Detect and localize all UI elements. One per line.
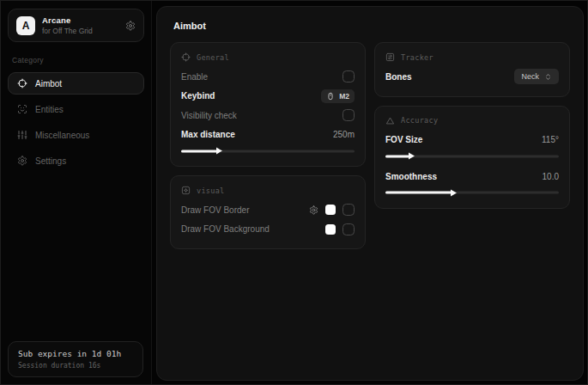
fov-border-color-swatch[interactable] (325, 205, 336, 215)
max-distance-label: Max distance (181, 130, 235, 139)
keybind-value: M2 (339, 92, 349, 101)
tracker-card-title: Tracker (401, 53, 433, 62)
slider-thumb[interactable] (451, 189, 457, 196)
bones-row: Bones Neck (385, 67, 559, 87)
sidebar-item-label: Entities (35, 105, 64, 114)
slider-track (385, 155, 559, 157)
keybind-row: Keybind M2 (181, 87, 355, 107)
sidebar-item-miscellaneous[interactable]: Miscellaneous (8, 124, 144, 146)
app-name: Arcane (42, 15, 118, 25)
draw-fov-border-label: Draw FOV Border (181, 205, 249, 215)
right-column: Tracker Bones Neck (374, 42, 570, 209)
slider-fill (385, 192, 452, 194)
general-card-title: General (197, 53, 229, 62)
fov-background-color-swatch[interactable] (325, 224, 336, 235)
sidebar-item-label: Aimbot (35, 79, 62, 89)
slider-thumb[interactable] (409, 153, 415, 160)
smoothness-value: 10.0 (543, 172, 559, 181)
general-card: General Enable Keybind M2 (170, 42, 366, 167)
fov-size-label: FOV Size (385, 135, 422, 144)
panel-columns: General Enable Keybind M2 (170, 42, 570, 249)
visibility-check-row: Visibility check (181, 106, 355, 125)
enable-row: Enable (181, 67, 355, 87)
enable-checkbox[interactable] (342, 70, 355, 82)
subscription-card: Sub expires in 1d 01h Session duration 1… (8, 341, 143, 377)
enable-label: Enable (181, 72, 208, 82)
sub-expiry-text: Sub expires in 1d 01h (18, 349, 133, 358)
sidebar-item-settings[interactable]: Settings (8, 150, 144, 172)
crosshair-icon (181, 52, 191, 62)
keybind-button[interactable]: M2 (321, 89, 355, 103)
chevrons-up-down-icon (544, 73, 552, 81)
mouse-icon (326, 92, 335, 101)
visual-card-title: visual (197, 186, 225, 195)
max-distance-slider[interactable] (181, 147, 355, 155)
app-window: A Arcane for Off The Grid Category Aimbo… (0, 0, 588, 385)
sliders-icon (17, 130, 27, 140)
draw-fov-border-row: Draw FOV Border (181, 200, 355, 220)
draw-fov-background-label: Draw FOV Background (181, 224, 270, 234)
swap-arrows-icon (385, 52, 395, 62)
app-logo: A (16, 16, 35, 35)
draw-fov-background-checkbox[interactable] (342, 223, 355, 235)
sidebar-item-aimbot[interactable]: Aimbot (8, 72, 144, 95)
sidebar-item-entities[interactable]: Entities (8, 98, 144, 120)
scan-face-icon (17, 104, 27, 114)
crosshair-icon (17, 78, 27, 89)
smoothness-label: Smoothness (385, 172, 437, 181)
accuracy-card-header: Accuracy (385, 116, 559, 125)
slider-thumb[interactable] (216, 148, 222, 155)
tracker-card: Tracker Bones Neck (374, 42, 570, 97)
bones-label: Bones (385, 72, 412, 82)
main-panel: Aimbot General Enable (156, 6, 584, 381)
draw-fov-background-controls (325, 223, 355, 235)
bones-selected-value: Neck (521, 72, 539, 81)
keybind-label: Keybind (181, 91, 215, 101)
sidebar-item-label: Settings (35, 156, 66, 166)
visibility-check-label: Visibility check (181, 111, 237, 120)
slider-track (181, 150, 355, 152)
brand-text: Arcane for Off The Grid (42, 15, 118, 35)
accuracy-card: Accuracy FOV Size 115° (374, 106, 570, 209)
bones-select[interactable]: Neck (514, 69, 559, 84)
sparkle-square-icon (181, 186, 191, 195)
tracker-card-header: Tracker (385, 52, 559, 62)
slider-track (385, 192, 559, 194)
gear-icon (17, 156, 27, 166)
slider-fill (385, 155, 409, 157)
accuracy-card-title: Accuracy (401, 116, 438, 125)
draw-fov-border-controls (309, 204, 355, 216)
app-subtitle: for Off The Grid (42, 27, 118, 35)
gear-icon[interactable] (125, 21, 136, 31)
sidebar: A Arcane for Off The Grid Category Aimbo… (1, 1, 152, 384)
draw-fov-border-checkbox[interactable] (342, 204, 355, 216)
max-distance-value: 250m (333, 130, 355, 139)
fov-size-value: 115° (542, 135, 559, 144)
smoothness-row: Smoothness 10.0 (385, 167, 559, 186)
fov-size-slider[interactable] (385, 152, 559, 160)
fov-size-row: FOV Size 115° (385, 131, 559, 150)
category-label: Category (12, 56, 144, 64)
sidebar-item-label: Miscellaneous (35, 131, 89, 140)
left-column: General Enable Keybind M2 (170, 42, 366, 249)
slider-fill (181, 150, 217, 152)
max-distance-row: Max distance 250m (181, 125, 355, 145)
gear-icon[interactable] (309, 205, 318, 215)
page-title: Aimbot (173, 21, 570, 31)
smoothness-slider[interactable] (385, 189, 559, 197)
session-duration-text: Session duration 16s (18, 362, 133, 370)
brand-card: A Arcane for Off The Grid (8, 9, 144, 42)
draw-fov-background-row: Draw FOV Background (181, 220, 355, 240)
visual-card: visual Draw FOV Border Draw (170, 175, 366, 249)
visual-card-header: visual (181, 186, 355, 195)
visibility-check-checkbox[interactable] (342, 109, 355, 121)
triangle-icon (385, 116, 395, 125)
general-card-header: General (181, 52, 355, 62)
